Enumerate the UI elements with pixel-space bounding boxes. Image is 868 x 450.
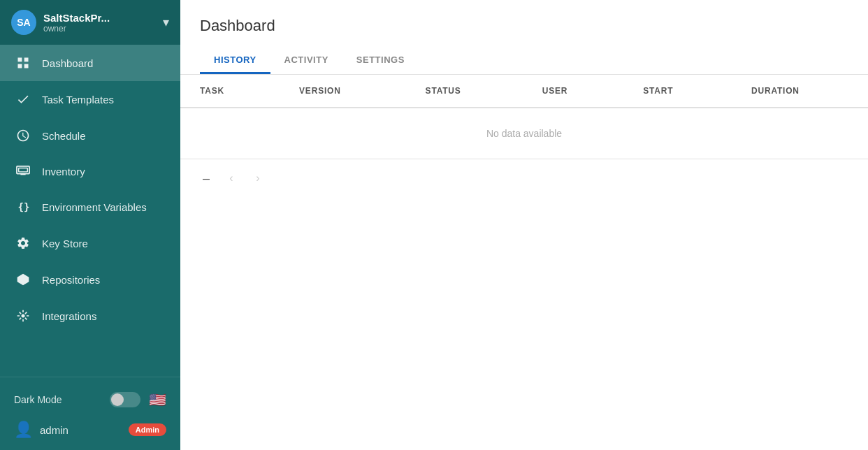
user-row: 👤 admin Admin	[14, 414, 166, 442]
admin-badge: Admin	[129, 423, 166, 436]
no-data-row: No data available	[180, 108, 868, 159]
svg-rect-3	[24, 64, 29, 68]
tab-activity[interactable]: ACTIVITY	[270, 48, 342, 74]
key-store-icon	[14, 236, 32, 250]
sidebar-item-integrations[interactable]: Integrations	[0, 298, 180, 334]
tab-settings[interactable]: SETTINGS	[342, 48, 419, 74]
svg-rect-5	[19, 168, 28, 172]
dark-mode-row: Dark Mode 🇺🇸	[14, 386, 166, 414]
sidebar-item-inventory[interactable]: Inventory	[0, 154, 180, 189]
svg-rect-1	[24, 58, 29, 62]
tab-history[interactable]: HISTORY	[200, 48, 270, 74]
sidebar-org: SaltStackPr... owner	[43, 12, 163, 34]
chevron-down-icon: ▾	[163, 15, 169, 30]
dark-mode-toggle[interactable]	[110, 392, 140, 407]
table-header-row: TASKVERSIONSTATUSUSERSTARTDURATION	[180, 75, 868, 108]
svg-rect-0	[18, 58, 22, 62]
history-table: TASKVERSIONSTATUSUSERSTARTDURATION No da…	[180, 75, 868, 159]
sidebar-item-label-dashboard: Dashboard	[42, 57, 93, 69]
sidebar-org-role: owner	[43, 24, 163, 34]
integrations-icon	[14, 309, 32, 323]
sidebar-item-label-repositories: Repositories	[42, 274, 100, 286]
sidebar-nav: DashboardTask TemplatesScheduleInventory…	[0, 45, 180, 377]
sidebar-avatar: SA	[11, 10, 36, 35]
svg-marker-8	[17, 274, 29, 286]
sidebar-bottom: Dark Mode 🇺🇸 👤 admin Admin	[0, 377, 180, 450]
pagination-prev-button[interactable]: ‹	[221, 168, 242, 189]
sidebar-item-label-integrations: Integrations	[42, 310, 96, 322]
sidebar-item-label-key-store: Key Store	[42, 238, 88, 249]
user-icon: 👤	[14, 421, 33, 439]
repositories-icon	[14, 273, 32, 286]
sidebar-item-repositories[interactable]: Repositories	[0, 261, 180, 298]
environment-variables-icon: {}	[14, 200, 32, 214]
main-content: Dashboard HISTORYACTIVITYSETTINGS TASKVE…	[180, 0, 868, 450]
sidebar-item-label-schedule: Schedule	[42, 130, 86, 142]
sidebar-item-label-inventory: Inventory	[42, 166, 85, 177]
col-task: TASK	[180, 75, 280, 108]
sidebar-header[interactable]: SA SaltStackPr... owner ▾	[0, 0, 180, 45]
task-templates-icon	[14, 92, 32, 106]
col-version: VERSION	[280, 75, 406, 108]
flag-icon[interactable]: 🇺🇸	[149, 391, 166, 408]
dark-mode-label: Dark Mode	[14, 394, 62, 405]
toggle-knob	[111, 393, 124, 406]
main-header: Dashboard HISTORYACTIVITYSETTINGS	[180, 0, 868, 75]
no-data-cell: No data available	[180, 108, 868, 159]
sidebar-org-name: SaltStackPr...	[43, 12, 148, 24]
table-body: No data available	[180, 108, 868, 159]
col-status: STATUS	[406, 75, 523, 108]
col-duration: DURATION	[732, 75, 868, 108]
sidebar-item-label-task-templates: Task Templates	[42, 94, 114, 106]
svg-text:{}: {}	[18, 201, 30, 212]
dashboard-icon	[14, 56, 32, 70]
svg-point-9	[22, 314, 25, 318]
sidebar-item-label-environment-variables: Environment Variables	[42, 201, 147, 213]
sidebar-item-schedule[interactable]: Schedule	[0, 117, 180, 154]
svg-rect-6	[20, 174, 25, 175]
tab-bar: HISTORYACTIVITYSETTINGS	[200, 48, 848, 74]
sidebar-item-key-store[interactable]: Key Store	[0, 225, 180, 261]
col-start: START	[623, 75, 732, 108]
svg-rect-2	[18, 64, 22, 68]
pagination: – ‹ ›	[180, 159, 868, 197]
sidebar-item-task-templates[interactable]: Task Templates	[0, 81, 180, 117]
col-user: USER	[523, 75, 624, 108]
table-header: TASKVERSIONSTATUSUSERSTARTDURATION	[180, 75, 868, 108]
schedule-icon	[14, 129, 32, 143]
pagination-dash: –	[197, 168, 215, 189]
sidebar-item-environment-variables[interactable]: {}Environment Variables	[0, 189, 180, 225]
sidebar: SA SaltStackPr... owner ▾ DashboardTask …	[0, 0, 180, 450]
sidebar-item-dashboard[interactable]: Dashboard	[0, 45, 180, 81]
page-title: Dashboard	[200, 17, 848, 35]
pagination-next-button[interactable]: ›	[247, 168, 268, 189]
user-name: admin	[40, 424, 129, 436]
table-area: TASKVERSIONSTATUSUSERSTARTDURATION No da…	[180, 75, 868, 450]
inventory-icon	[14, 165, 32, 177]
